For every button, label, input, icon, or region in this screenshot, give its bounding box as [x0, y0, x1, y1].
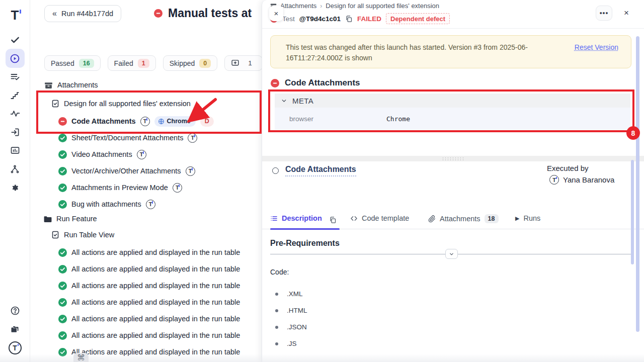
attachments-count-badge: 18: [485, 214, 499, 223]
header-divider: [262, 28, 644, 29]
chrome-badge[interactable]: Chrome: [154, 116, 196, 127]
banner-text: This test was changed after this launch …: [286, 42, 573, 63]
meta-key: browser: [275, 115, 386, 123]
section-scrollbar[interactable]: [631, 160, 634, 264]
steps-icon[interactable]: [6, 86, 25, 105]
breadcrumb: Attachments › Design for all supported f…: [270, 2, 439, 10]
settings-gear-icon[interactable]: [6, 178, 25, 197]
group-run-table-view[interactable]: Run Table View: [51, 228, 114, 241]
tab-code-template[interactable]: Code template: [350, 214, 409, 222]
filter-failed[interactable]: Failed 1: [108, 55, 156, 71]
test-code-attachments[interactable]: Code Attachments T Chrome D: [58, 115, 214, 128]
run-title-row: Manual tests at: [154, 7, 252, 20]
test-video-attachments[interactable]: Video Attachments T: [58, 148, 146, 161]
reset-version-link[interactable]: Reset Version: [575, 43, 618, 51]
folder-icon: [43, 215, 52, 223]
test-attachments-preview-mode[interactable]: Attachments in Preview Mode T: [58, 181, 182, 194]
bullet-icon: [275, 309, 278, 312]
copy-icon[interactable]: [345, 15, 353, 23]
defect-badge[interactable]: D: [200, 116, 214, 127]
passed-status-icon: [58, 248, 67, 257]
group-design-files[interactable]: Design for all supported files' extensio…: [51, 97, 191, 110]
panel-splitter[interactable]: [262, 156, 644, 161]
bullet-icon: [275, 293, 278, 296]
list-check-icon[interactable]: [6, 67, 25, 86]
document-check-icon: [51, 100, 59, 108]
check-icon[interactable]: [6, 30, 25, 49]
account-logo-icon[interactable]: T: [6, 338, 25, 357]
breadcrumb-root[interactable]: Attachments: [280, 2, 316, 10]
passed-status-icon: [58, 265, 67, 274]
filter-skipped[interactable]: Skipped 0: [163, 55, 218, 71]
testomat-tag-icon: T: [173, 183, 182, 193]
app-logo[interactable]: T: [6, 6, 25, 25]
test-run-table-action[interactable]: All actions are applied and displayed in…: [58, 246, 240, 259]
help-icon[interactable]: [6, 301, 25, 320]
run-id-label: Run #44b177dd: [61, 10, 113, 18]
suite-run-feature[interactable]: Run Feature: [43, 212, 97, 225]
collapse-section-button[interactable]: [445, 249, 458, 259]
copy-description-icon[interactable]: [329, 216, 337, 224]
analytics-icon[interactable]: [6, 141, 25, 160]
icon-rail: T T: [0, 0, 30, 362]
import-icon[interactable]: [6, 123, 25, 142]
passed-status-icon: [58, 282, 67, 290]
test-sheet-text-document[interactable]: Sheet/Text/Document Attachments T: [58, 131, 197, 144]
back-to-run-button[interactable]: « Run #44b177dd: [44, 5, 121, 22]
test-vector-archive-other[interactable]: Vector/Archive/Other Attachments T: [58, 164, 195, 177]
meta-section-header[interactable]: META: [275, 94, 630, 108]
test-bug-with-attachments[interactable]: Bug with attachments T: [58, 198, 155, 211]
pulse-icon[interactable]: [6, 104, 25, 123]
test-run-table-action[interactable]: All actions are applied and displayed in…: [58, 329, 240, 342]
chevrons-left-icon: «: [52, 9, 57, 18]
test-title: Code Attachments: [271, 78, 360, 88]
user-avatar: T: [549, 175, 559, 185]
executed-test-title-text[interactable]: Code Attachments: [285, 165, 356, 176]
test-header: Test @T9d4c1c01 FAILED Dependent defect: [270, 13, 450, 24]
comment-plus-icon: [231, 59, 239, 67]
test-run-table-action[interactable]: All actions are applied and displayed in…: [58, 312, 240, 325]
breadcrumb-current[interactable]: Design for all supported files' extensio…: [326, 2, 439, 10]
command-key-badge: ⌘: [73, 353, 89, 362]
executed-test-title: Code Attachments: [272, 165, 356, 176]
bullet-item: .HTML: [275, 307, 307, 314]
passed-count-badge: 16: [79, 59, 94, 68]
dependent-defect-badge[interactable]: Dependent defect: [386, 13, 450, 24]
tab-runs[interactable]: ▶ Runs: [515, 214, 540, 222]
tab-attachments[interactable]: Attachments 18: [428, 214, 499, 223]
runs-play-icon[interactable]: [6, 49, 25, 68]
test-run-table-action[interactable]: All actions are applied and displayed in…: [58, 296, 240, 309]
suite-icon: [44, 81, 53, 89]
test-id: @T9d4c1c01: [299, 15, 341, 23]
list-icon: [270, 215, 278, 222]
close-run-icon[interactable]: ×: [269, 6, 283, 21]
passed-status-icon: [58, 134, 67, 142]
docs-icon[interactable]: [6, 320, 25, 339]
detail-tabs: Description Code template Attachments 18…: [262, 213, 644, 229]
close-panel-icon[interactable]: ×: [621, 8, 631, 18]
run-tree-panel: « Run #44b177dd Manual tests at × Passed…: [30, 0, 262, 362]
failed-status-icon: [154, 9, 163, 18]
test-run-table-action[interactable]: All actions are applied and displayed in…: [58, 279, 240, 292]
panel-scrollbar[interactable]: [636, 36, 639, 332]
bullet-icon: [275, 326, 278, 329]
more-menu-button[interactable]: •••: [596, 6, 612, 21]
chevron-down-icon: [449, 251, 454, 257]
suite-attachments[interactable]: Attachments: [44, 78, 98, 92]
passed-status-icon: [58, 200, 67, 209]
filter-passed[interactable]: Passed 16: [44, 55, 101, 71]
executed-by-name: Yana Baranova: [563, 175, 614, 184]
test-status: FAILED: [357, 15, 381, 23]
failed-count-badge: 1: [138, 59, 149, 68]
app-root: T T: [0, 0, 644, 362]
tab-description[interactable]: Description: [270, 214, 322, 222]
filter-comments[interactable]: 1: [224, 55, 263, 71]
testomat-tag-icon: T: [186, 166, 195, 176]
code-label: Code:: [270, 268, 289, 276]
branch-icon[interactable]: [6, 159, 25, 178]
executed-by-label: Executed by: [547, 164, 614, 172]
passed-status-icon: [58, 348, 67, 356]
testomat-tag-icon: T: [137, 150, 146, 159]
test-run-table-action[interactable]: All actions are applied and displayed in…: [58, 262, 240, 276]
testomat-tag-icon: T: [140, 117, 150, 126]
